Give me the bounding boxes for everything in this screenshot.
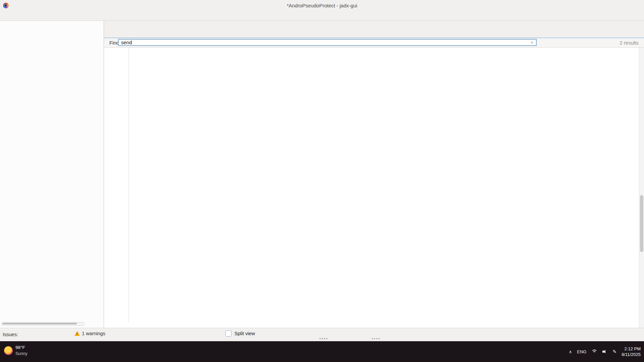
clock[interactable]: 2:12 PM 8/11/2025 [622,346,641,357]
code-editor[interactable] [104,48,644,328]
sun-icon [4,346,13,355]
weather-temp: 98°F [15,344,27,351]
warning-icon [74,331,80,336]
window-title: *AndroPseudoProtect - jadx-gui [287,3,357,8]
issues-label: Issues: [3,332,18,337]
clear-find-icon[interactable]: × [531,40,533,45]
tray-time: 2:12 PM [625,346,641,352]
tray-overflow-icon[interactable]: ∧ [569,349,572,354]
find-results-count: 2 results [620,40,639,46]
status-bar: Issues: 1 warnings Split view •••• •••• [0,328,644,341]
language-indicator[interactable]: ENG [577,349,586,354]
split-view-toggle[interactable]: Split view [225,330,255,337]
code-viewport[interactable] [104,48,639,322]
split-view-label: Split view [234,331,255,336]
find-bar: Find: × 2 results [104,38,644,48]
weather-widget[interactable]: 98°F Sunny [4,344,27,357]
editor-vertical-scrollbar[interactable] [639,48,644,328]
titlebar: *AndroPseudoProtect - jadx-gui [0,0,644,11]
scrollbar-thumb[interactable] [640,195,643,252]
toolbar [0,11,644,21]
windows-taskbar: 98°F Sunny ∧ ENG ✎ 2:12 PM 8/11/2025 [0,341,644,362]
system-tray: ∧ ENG ✎ 2:12 PM 8/11/2025 [569,341,641,362]
scrollbar-thumb[interactable] [2,323,77,324]
speaker-icon[interactable] [602,350,607,354]
warnings-count: 1 warnings [82,331,105,336]
split-view-checkbox[interactable] [225,330,231,337]
jadx-logo-icon [3,3,9,8]
project-tree-panel [0,21,104,328]
weather-desc: Sunny [15,351,27,357]
splitter-grip[interactable]: •••• [319,336,328,341]
find-input[interactable] [118,39,537,46]
gutter-separator [128,48,129,322]
editor-tab-strip [104,21,644,38]
splitter-grip[interactable]: •••• [372,336,380,341]
tray-date: 8/11/2025 [622,352,641,357]
project-tree [0,21,104,25]
sidebar-horizontal-scrollbar[interactable] [1,322,85,326]
warnings-indicator[interactable]: 1 warnings [74,331,105,336]
wifi-icon[interactable] [591,350,597,354]
pen-input-icon[interactable]: ✎ [612,349,616,354]
find-controls: 2 results [620,38,640,47]
